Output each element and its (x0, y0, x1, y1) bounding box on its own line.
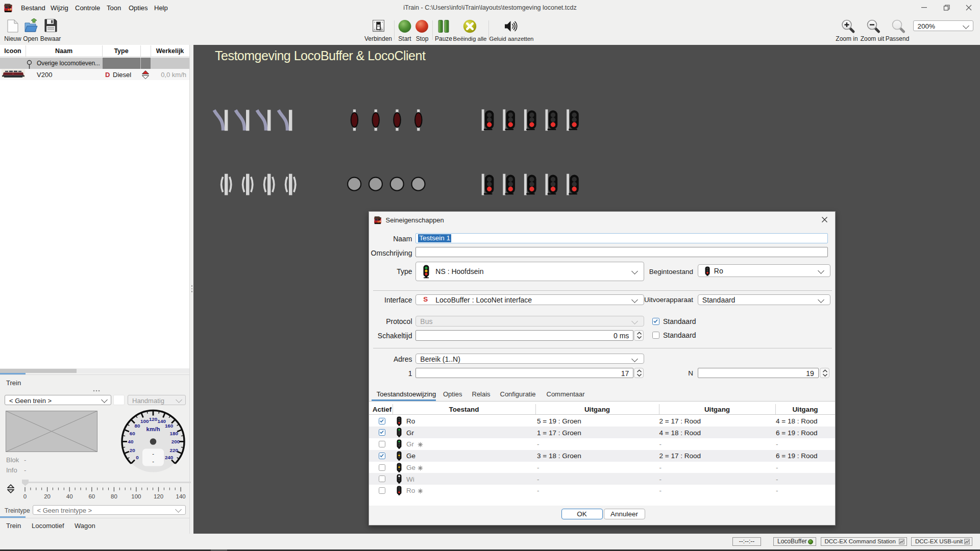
svg-text:60: 60 (130, 431, 135, 436)
svg-text:120: 120 (149, 416, 158, 422)
svg-text:40: 40 (128, 439, 134, 444)
svg-text:-: - (152, 458, 154, 464)
svg-text:180: 180 (170, 431, 179, 436)
svg-text:0: 0 (136, 455, 139, 460)
svg-text:80: 80 (134, 423, 140, 429)
svg-text:20: 20 (130, 447, 135, 453)
svg-text:-: - (152, 450, 154, 457)
svg-text:100: 100 (140, 418, 149, 424)
svg-text:220: 220 (170, 447, 179, 453)
svg-text:km/h: km/h (146, 426, 160, 432)
svg-text:160: 160 (165, 423, 174, 429)
svg-text:240: 240 (165, 455, 174, 460)
svg-text:200: 200 (172, 439, 180, 444)
